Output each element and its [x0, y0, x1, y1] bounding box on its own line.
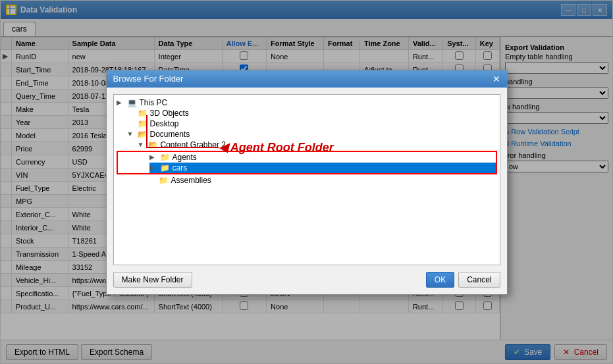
modal-action-buttons: OK Cancel: [426, 272, 500, 288]
tree-item-this-pc[interactable]: ▶ 💻 This PC: [117, 97, 497, 108]
modal-close-button[interactable]: ✕: [493, 74, 500, 84]
modal-title: Browse For Folder: [113, 74, 184, 84]
agents-highlight-box: ▶ 📁 Agents ▶ 📁 cars: [117, 151, 497, 174]
modal-title-bar: Browse For Folder ✕: [107, 70, 507, 88]
tree-item-documents[interactable]: ▼ 📂 Documents: [127, 129, 497, 140]
tree-item-desktop[interactable]: 📁 Desktop: [127, 118, 497, 129]
folder-icon-docs: 📂: [138, 130, 147, 139]
expand-icon-docs: ▼: [127, 130, 135, 138]
folder-icon-cg: 📂: [148, 140, 158, 149]
folder-icon-agents: 📁: [160, 153, 170, 162]
expand-icon-cg: ▼: [138, 141, 146, 148]
folder-icon-cars: 📁: [160, 163, 170, 172]
tree-item-3d-objects[interactable]: 📁 3D Objects: [127, 108, 497, 118]
modal-overlay: Browse For Folder ✕ ▶ 💻 This PC 📁 3D Ob: [1, 1, 612, 363]
tree-item-agents[interactable]: ▶ 📁 Agents: [149, 152, 496, 163]
make-new-folder-button[interactable]: Make New Folder: [113, 272, 192, 288]
tree-item-assemblies[interactable]: 📁 Assemblies: [148, 175, 497, 186]
folder-icon-3d: 📁: [138, 109, 147, 118]
modal-cancel-button[interactable]: Cancel: [458, 272, 500, 288]
expand-icon: ▶: [117, 99, 124, 106]
modal-body: ▶ 💻 This PC 📁 3D Objects 📁 Deskto: [107, 88, 507, 294]
expand-icon-agents: ▶: [149, 153, 157, 161]
main-window: Data Validation — □ ✕ cars Name Sample D…: [0, 0, 613, 364]
browse-folder-modal: Browse For Folder ✕ ▶ 💻 This PC 📁 3D Ob: [106, 70, 508, 295]
tree-item-cars[interactable]: ▶ 📁 cars: [149, 163, 496, 173]
folder-icon-assemblies: 📁: [159, 176, 169, 185]
tree-item-content-grabber[interactable]: ▼ 📂 Content Grabber 2: [138, 140, 497, 150]
computer-icon: 💻: [127, 98, 137, 107]
folder-icon-desktop: 📁: [138, 119, 147, 128]
folder-tree[interactable]: ▶ 💻 This PC 📁 3D Objects 📁 Deskto: [113, 94, 500, 265]
modal-ok-button[interactable]: OK: [426, 272, 454, 288]
modal-bottom: Make New Folder OK Cancel: [113, 272, 500, 288]
expand-icon-cars: ▶: [149, 164, 157, 171]
